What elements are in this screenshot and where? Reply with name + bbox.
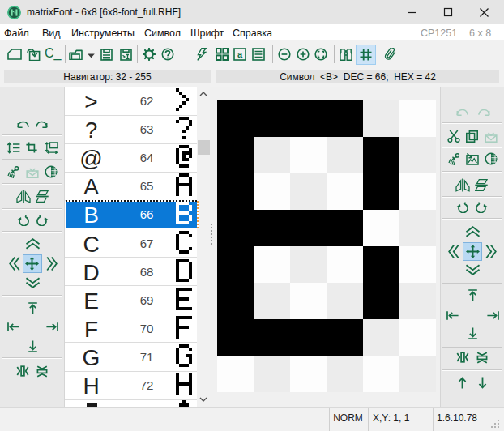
svg-text:a: a bbox=[237, 49, 242, 59]
